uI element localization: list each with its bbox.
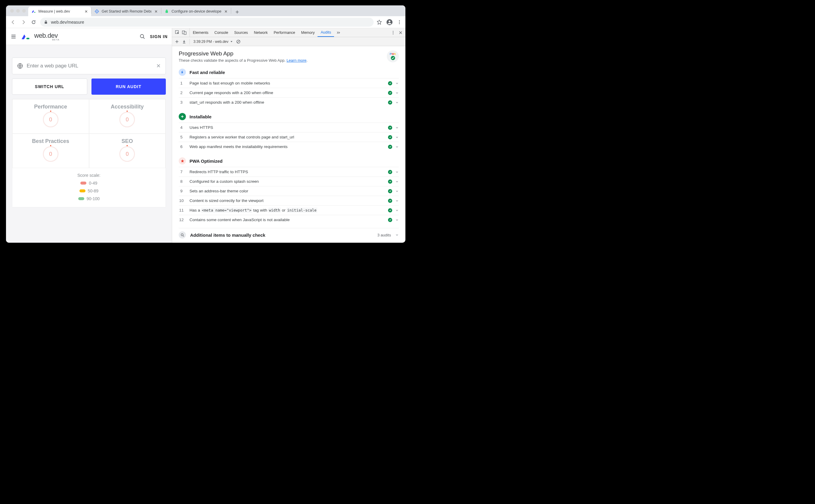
svg-point-20 <box>393 34 393 34</box>
audit-number: 9 <box>179 189 184 193</box>
svg-rect-6 <box>45 22 47 24</box>
tab-memory[interactable]: Memory <box>298 28 317 37</box>
audit-row[interactable]: 4Uses HTTPS <box>179 123 399 132</box>
audit-row[interactable]: 10Content is sized correctly for the vie… <box>179 196 399 205</box>
traffic-close[interactable] <box>10 9 14 13</box>
audit-section: PWA Optimized7Redirects HTTP traffic to … <box>179 157 399 224</box>
page-pane: web.dev BETA SIGN IN Enter a web page UR… <box>6 28 172 243</box>
new-tab-button[interactable] <box>233 8 241 16</box>
chevron-down-icon <box>395 199 399 203</box>
score-donut: 0 <box>43 146 58 162</box>
traffic-lights <box>8 5 28 16</box>
svg-rect-12 <box>26 38 29 39</box>
browser-tab-1[interactable]: Get Started with Remote Debu ✕ <box>91 7 161 16</box>
bookmark-icon[interactable] <box>376 19 382 25</box>
tab-more[interactable] <box>334 28 342 37</box>
audit-status <box>388 135 399 139</box>
signin-link[interactable]: SIGN IN <box>150 34 168 39</box>
close-icon[interactable]: ✕ <box>154 9 158 13</box>
menu-icon[interactable] <box>397 20 402 25</box>
chevron-down-icon <box>395 126 399 129</box>
audit-row[interactable]: 8Configured for a custom splash screen <box>179 176 399 186</box>
audit-row[interactable]: 12Contains some content when JavaScript … <box>179 215 399 224</box>
url-input[interactable]: Enter a web page URL ✕ <box>12 58 166 74</box>
audit-select[interactable]: 3:39:29 PM - web.dev <box>193 40 233 44</box>
reload-button[interactable] <box>30 19 37 26</box>
download-icon[interactable] <box>182 40 186 43</box>
omnibox[interactable]: web.dev/measure <box>40 18 373 27</box>
tab-console[interactable]: Console <box>211 28 231 37</box>
audit-text: Sets an address-bar theme color <box>189 189 382 193</box>
tab-performance[interactable]: Performance <box>271 28 298 37</box>
run-audit-button[interactable]: RUN AUDIT <box>91 79 166 95</box>
browser-tab-2[interactable]: Configure on-device develope ✕ <box>161 7 231 16</box>
close-icon[interactable]: ✕ <box>224 9 228 13</box>
svg-point-18 <box>393 31 393 31</box>
svg-point-19 <box>393 32 393 33</box>
magnify-icon <box>179 231 186 239</box>
tab-network[interactable]: Network <box>251 28 271 37</box>
close-icon[interactable]: ✕ <box>84 9 88 13</box>
forward-button[interactable] <box>20 19 27 26</box>
tab-title: Get Started with Remote Debu <box>102 9 151 13</box>
section-title: PWA Optimized <box>189 159 222 164</box>
audit-row[interactable]: 5Registers a service worker that control… <box>179 132 399 142</box>
audit-number: 11 <box>179 208 184 212</box>
devtools-menu-icon[interactable] <box>391 31 395 35</box>
scale-pill-green <box>78 197 84 200</box>
browser-window: Measure | web.dev ✕ Get Started with Rem… <box>6 5 405 243</box>
device-icon[interactable] <box>182 30 186 35</box>
chevron-down-icon <box>395 233 399 237</box>
report-desc: These checks validate the aspects of a P… <box>179 58 308 63</box>
chevron-down-icon <box>395 135 399 139</box>
section-header: PWA Optimized <box>179 157 399 167</box>
audit-number: 4 <box>179 125 184 130</box>
audit-row[interactable]: 3start_url responds with a 200 when offl… <box>179 97 399 107</box>
traffic-max[interactable] <box>22 9 26 13</box>
clear-icon[interactable]: ✕ <box>156 63 161 69</box>
profile-icon[interactable] <box>386 19 393 25</box>
tab-elements[interactable]: Elements <box>190 28 211 37</box>
new-audit-icon[interactable] <box>175 40 179 43</box>
switch-url-button[interactable]: SWITCH URL <box>12 79 87 95</box>
globe-icon <box>17 63 23 69</box>
audit-text: Configured for a custom splash screen <box>189 179 382 184</box>
chevron-down-icon <box>395 189 399 193</box>
browser-tab-0[interactable]: Measure | web.dev ✕ <box>28 7 91 16</box>
clear-icon[interactable] <box>236 40 240 44</box>
audit-row[interactable]: 9Sets an address-bar theme color <box>179 186 399 196</box>
address-bar: web.dev/measure <box>6 16 405 28</box>
audit-row[interactable]: 1Page load is fast enough on mobile netw… <box>179 78 399 88</box>
devtools-close-icon[interactable] <box>399 31 402 34</box>
manual-checks-row[interactable]: Additional items to manually check 3 aud… <box>179 228 399 242</box>
audit-row[interactable]: 2Current page responds with a 200 when o… <box>179 88 399 97</box>
score-donut: 0 <box>119 146 135 162</box>
score-donut: 0 <box>119 112 135 127</box>
audit-section: Installable4Uses HTTPS5Registers a servi… <box>179 113 399 151</box>
audit-row[interactable]: 6Web app manifest meets the installabili… <box>179 142 399 151</box>
chevron-down-icon <box>395 82 399 85</box>
audit-number: 7 <box>179 170 184 174</box>
tab-audits[interactable]: Audits <box>317 28 334 37</box>
audit-row[interactable]: 7Redirects HTTP traffic to HTTPS <box>179 167 399 176</box>
search-icon[interactable] <box>139 33 146 40</box>
score-scale: Score scale: 0-49 50-89 90-100 <box>12 168 165 207</box>
devtools-tabs: Elements Console Sources Network Perform… <box>172 28 405 37</box>
score-seo: SEO 0 <box>89 134 166 168</box>
score-grid: Performance 0 Accessibility 0 Best Pract… <box>12 99 166 207</box>
tab-sources[interactable]: Sources <box>231 28 251 37</box>
hamburger-icon[interactable] <box>10 33 17 40</box>
inspect-icon[interactable] <box>175 30 180 35</box>
tab-title: Configure on-device develope <box>171 9 221 13</box>
audit-number: 12 <box>179 218 184 222</box>
audit-status <box>388 81 399 85</box>
brand-sub: BETA <box>52 38 59 41</box>
audit-number: 1 <box>179 81 184 85</box>
chevron-down-icon <box>395 209 399 212</box>
back-button[interactable] <box>10 19 17 26</box>
traffic-min[interactable] <box>16 9 20 13</box>
audit-text: Content is sized correctly for the viewp… <box>189 198 382 203</box>
audit-row[interactable]: 11Has a <meta name="viewport"> tag with … <box>179 205 399 215</box>
favicon-devtools <box>94 9 99 14</box>
learn-more-link[interactable]: Learn more <box>287 58 306 63</box>
